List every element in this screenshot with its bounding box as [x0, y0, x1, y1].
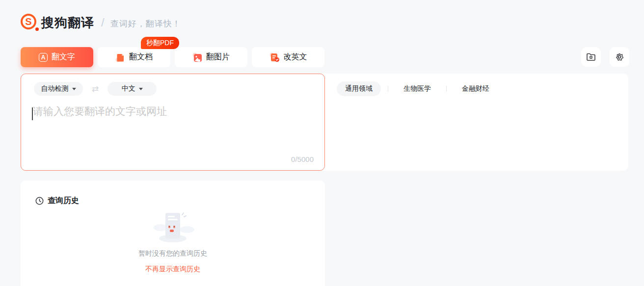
- translate-card: 自动检测 ⇄ 中文 0/5000 通用领域 生物医学: [21, 74, 628, 171]
- text-a-badge-icon: A: [39, 53, 48, 62]
- domain-selector-row: 通用领域 生物医学 金融财经: [337, 81, 498, 96]
- history-empty-state: 暂时没有您的查询历史 不再显示查询历史: [21, 211, 325, 274]
- domain-label: 通用领域: [345, 84, 373, 93]
- tab-translate-document[interactable]: 翻文档: [98, 47, 170, 67]
- history-title: 查询历史: [48, 196, 79, 206]
- sogou-translate-page: S 搜狗翻译 / 查词好，翻译快！ 秒翻PDF A 翻文字 翻文档: [0, 0, 644, 286]
- chevron-down-icon: [139, 88, 143, 90]
- tab-label: 改英文: [284, 52, 307, 62]
- char-counter: 0/5000: [291, 155, 314, 163]
- clock-icon: [35, 197, 44, 205]
- chevron-down-icon: [72, 88, 76, 90]
- document-icon: [115, 52, 125, 62]
- hide-history-link[interactable]: 不再显示查询历史: [145, 265, 200, 274]
- header: S 搜狗翻译 / 查词好，翻译快！: [21, 14, 181, 31]
- tab-label: 翻文字: [52, 52, 75, 62]
- brand-name[interactable]: 搜狗翻译: [41, 14, 94, 31]
- brand-slogan: 查词好，翻译快！: [110, 16, 181, 29]
- logo-letter: S: [25, 17, 31, 26]
- divider: [388, 86, 388, 92]
- target-language-select[interactable]: 中文: [107, 82, 157, 96]
- image-icon: [192, 52, 202, 62]
- settings-button[interactable]: [610, 47, 629, 67]
- swap-languages-icon[interactable]: ⇄: [92, 84, 99, 94]
- favorites-folder-button[interactable]: [581, 47, 601, 67]
- tab-translate-image[interactable]: 翻图片: [175, 47, 247, 67]
- tab-label: 翻文档: [129, 52, 153, 62]
- tab-polish-english[interactable]: 改英文: [252, 47, 324, 67]
- domain-label: 金融财经: [462, 84, 489, 93]
- header-actions: [581, 47, 629, 67]
- document-check-icon: [269, 52, 280, 62]
- divider: [446, 86, 447, 92]
- gear-icon: [614, 52, 625, 62]
- history-empty-text: 暂时没有您的查询历史: [21, 249, 325, 258]
- domain-general[interactable]: 通用领域: [337, 81, 381, 96]
- sogou-logo-icon[interactable]: S: [21, 14, 38, 31]
- result-panel: 通用领域 生物医学 金融财经: [325, 74, 628, 171]
- empty-document-illustration: [146, 211, 200, 242]
- domain-finance[interactable]: 金融财经: [454, 81, 498, 96]
- source-text-input[interactable]: [33, 104, 314, 150]
- source-input-panel: 自动检测 ⇄ 中文 0/5000: [21, 74, 325, 171]
- source-language-label: 自动检测: [41, 84, 69, 93]
- tab-label: 翻图片: [206, 52, 230, 62]
- tab-bar: A 翻文字 翻文档 翻图片: [21, 47, 329, 67]
- history-header: 查询历史: [35, 196, 79, 206]
- language-selector-row: 自动检测 ⇄ 中文: [34, 82, 157, 96]
- tab-translate-text[interactable]: A 翻文字: [21, 47, 93, 67]
- pdf-badge: 秒翻PDF: [141, 37, 179, 49]
- brand-divider: /: [101, 16, 105, 29]
- folder-star-icon: [586, 52, 596, 62]
- target-language-label: 中文: [122, 84, 135, 93]
- domain-label: 生物医学: [403, 84, 431, 93]
- history-card: 查询历史 暂时没有您的查询历史 不再显示查询历史: [21, 181, 325, 286]
- logo-dot: [35, 27, 39, 31]
- domain-biomedical[interactable]: 生物医学: [395, 81, 439, 96]
- source-language-select[interactable]: 自动检测: [34, 82, 83, 96]
